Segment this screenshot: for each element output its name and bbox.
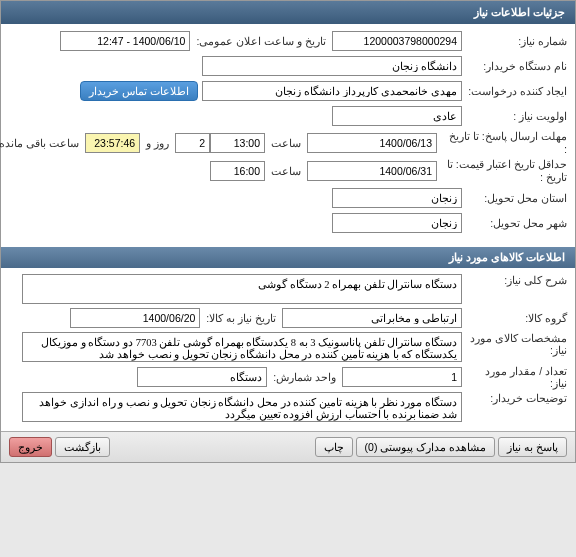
spec-label: مشخصات کالای مورد نیاز: (462, 332, 567, 356)
days-word: روز و (140, 137, 175, 149)
footer-spacer (113, 437, 312, 457)
unit-field[interactable] (137, 367, 267, 387)
need-no-label: شماره نیاز: (462, 35, 567, 47)
window-title: جزئیات اطلاعات نیاز (1, 1, 575, 24)
province-field[interactable] (332, 188, 462, 208)
footer-toolbar: پاسخ به نیاز مشاهده مدارک پیوستی (0) چاپ… (1, 431, 575, 462)
back-button[interactable]: بازگشت (55, 437, 110, 457)
requester-label: ایجاد کننده درخواست: (462, 85, 567, 97)
exit-button[interactable]: خروج (9, 437, 52, 457)
spec-field[interactable] (22, 332, 462, 362)
reply-deadline-label: مهلت ارسال پاسخ: تا تاریخ : (437, 130, 567, 155)
desc-field[interactable] (22, 274, 462, 304)
priority-label: اولویت نیاز : (462, 110, 567, 122)
general-section: شماره نیاز: تاریخ و ساعت اعلان عمومی: نا… (1, 24, 575, 243)
price-date-field[interactable] (307, 161, 437, 181)
unit-label: واحد شمارش: (267, 371, 342, 383)
desc-label: شرح کلی نیاز: (462, 274, 567, 286)
goods-section: شرح کلی نیاز: گروه کالا: تاریخ نیاز به ک… (1, 268, 575, 431)
notes-field[interactable] (22, 392, 462, 422)
reply-time-field[interactable] (210, 133, 265, 153)
reply-time-label: ساعت (265, 137, 307, 149)
group-label: گروه کالا: (462, 312, 567, 324)
priority-field[interactable] (332, 106, 462, 126)
notes-label: توضیحات خریدار: (462, 392, 567, 404)
qty-field[interactable] (342, 367, 462, 387)
goods-section-header: اطلاعات کالاهای مورد نیاز (1, 247, 575, 268)
province-label: استان محل تحویل: (462, 192, 567, 204)
group-field[interactable] (282, 308, 462, 328)
city-label: شهر محل تحویل: (462, 217, 567, 229)
requester-field[interactable] (202, 81, 462, 101)
days-remaining-field[interactable] (175, 133, 210, 153)
announce-field[interactable] (60, 31, 190, 51)
attachments-button[interactable]: مشاهده مدارک پیوستی (0) (356, 437, 496, 457)
deliver-date-field[interactable] (70, 308, 200, 328)
city-field[interactable] (332, 213, 462, 233)
price-time-label: ساعت (265, 165, 307, 177)
print-button[interactable]: چاپ (315, 437, 353, 457)
price-deadline-label: حداقل تاریخ اعتبار قیمت: تا تاریخ : (437, 158, 567, 184)
need-no-field[interactable] (332, 31, 462, 51)
deliver-date-label: تاریخ نیاز به کالا: (200, 312, 282, 324)
buyer-label: نام دستگاه خریدار: (462, 60, 567, 72)
details-window: جزئیات اطلاعات نیاز شماره نیاز: تاریخ و … (0, 0, 576, 463)
buyer-field[interactable] (202, 56, 462, 76)
contact-button[interactable]: اطلاعات تماس خریدار (80, 81, 198, 101)
countdown-field[interactable] (85, 133, 140, 153)
remaining-label: ساعت باقی مانده (0, 137, 85, 149)
price-time-field[interactable] (210, 161, 265, 181)
reply-date-field[interactable] (307, 133, 437, 153)
qty-label: تعداد / مقدار مورد نیاز: (462, 365, 567, 389)
announce-label: تاریخ و ساعت اعلان عمومی: (190, 35, 332, 47)
reply-button[interactable]: پاسخ به نیاز (498, 437, 567, 457)
